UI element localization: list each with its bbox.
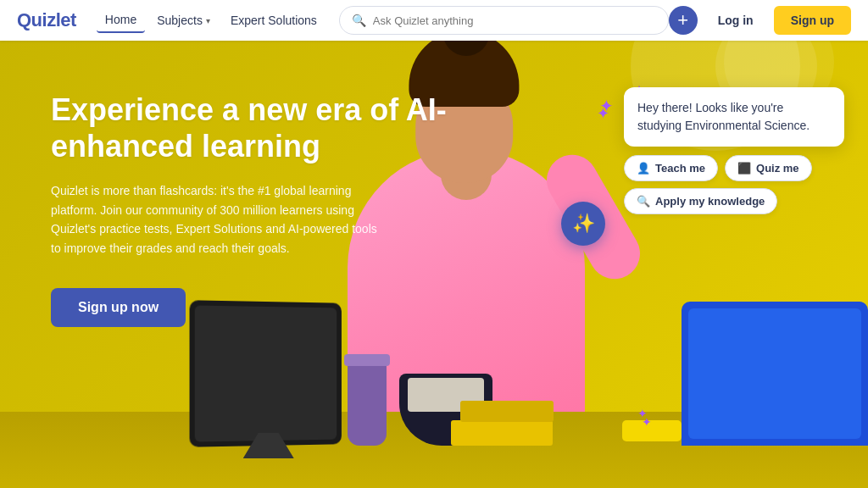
apply-icon: 🔍 xyxy=(637,195,650,208)
teach-me-button[interactable]: 👤 Teach me xyxy=(624,155,718,181)
nav-subjects[interactable]: Subjects ▾ xyxy=(148,8,219,32)
nav-expert-solutions[interactable]: Expert Solutions xyxy=(222,8,326,32)
signup-button[interactable]: Sign up xyxy=(774,6,851,35)
drink-cup xyxy=(348,361,387,446)
teach-me-icon: 👤 xyxy=(637,162,650,175)
ai-action-row-2: 🔍 Apply my knowledge xyxy=(624,188,844,214)
hero-content: Experience a new era of AI-enhanced lear… xyxy=(51,92,466,327)
ai-wand-button[interactable]: ✨ xyxy=(561,202,605,246)
stapler xyxy=(622,420,682,441)
nav-home[interactable]: Home xyxy=(97,8,145,33)
navbar: Quizlet Home Subjects ▾ Expert Solutions… xyxy=(0,0,868,41)
nav-links: Home Subjects ▾ Expert Solutions xyxy=(97,8,326,33)
ai-action-row-1: 👤 Teach me ⬛ Quiz me xyxy=(624,155,844,181)
apply-knowledge-button[interactable]: 🔍 Apply my knowledge xyxy=(624,188,777,214)
search-icon: 🔍 xyxy=(352,14,366,27)
create-button[interactable]: + xyxy=(669,6,698,35)
quiz-me-button[interactable]: ⬛ Quiz me xyxy=(725,155,812,181)
hero-section: ✦ ✦ ✦ xyxy=(0,41,868,488)
login-button[interactable]: Log in xyxy=(706,8,765,33)
sparkle-icon-bottom: ✦ xyxy=(637,407,648,420)
ai-chat-bubble: Hey there! Looks like you're studying En… xyxy=(624,87,844,214)
hero-title: Experience a new era of AI-enhanced lear… xyxy=(51,92,466,164)
book-top xyxy=(460,401,554,422)
hero-description: Quizlet is more than flashcards: it's th… xyxy=(51,181,390,258)
hero-signup-button[interactable]: Sign up now xyxy=(51,288,186,327)
magic-wand-icon: ✨ xyxy=(572,213,595,235)
sparkle-icon-top: ✦ xyxy=(599,96,614,116)
laptop-screen xyxy=(682,302,868,446)
ai-message-box: Hey there! Looks like you're studying En… xyxy=(624,87,844,147)
nav-right: + Log in Sign up xyxy=(669,6,851,35)
chevron-down-icon: ▾ xyxy=(206,16,210,25)
book-bottom xyxy=(451,420,553,446)
cup-lid xyxy=(344,354,390,366)
search-input[interactable] xyxy=(373,14,656,27)
search-bar[interactable]: 🔍 xyxy=(339,6,669,35)
quiz-me-icon: ⬛ xyxy=(737,162,751,175)
logo[interactable]: Quizlet xyxy=(17,9,76,31)
laptop-display xyxy=(688,308,861,439)
ai-message-text: Hey there! Looks like you're studying En… xyxy=(637,99,831,135)
plus-icon: + xyxy=(677,9,688,31)
